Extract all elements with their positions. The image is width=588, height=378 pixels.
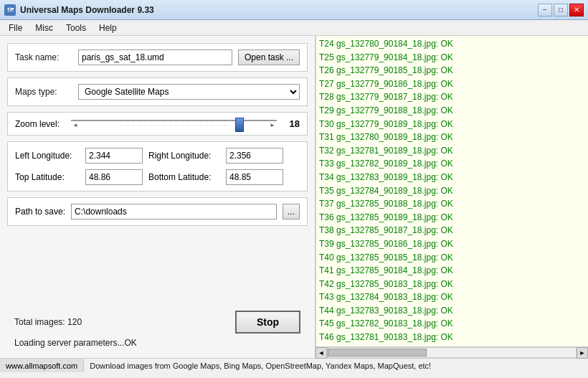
log-line: T42 gs_132785_90183_18.jpg: OK (319, 278, 585, 291)
menu-tools[interactable]: Tools (60, 22, 92, 34)
log-line: T33 gs_132782_90189_18.jpg: OK (319, 157, 585, 171)
task-name-label: Task name: (15, 52, 72, 62)
log-line: T36 gs_132785_90189_18.jpg: OK (319, 211, 585, 225)
left-panel: Task name: Open task ... Maps type: Goog… (0, 36, 316, 358)
maps-type-label: Maps type: (15, 87, 72, 97)
maps-type-section: Maps type: Google Satellite Maps Google … (7, 77, 308, 106)
log-line: T27 gs_132779_90186_18.jpg: OK (319, 77, 585, 91)
log-line: T30 gs_132779_90189_18.jpg: OK (319, 118, 585, 131)
coords-row-2: Top Latitude: Bottom Latitude: (15, 169, 300, 185)
log-line: T35 gs_132784_90189_18.jpg: OK (319, 184, 585, 198)
menu-file[interactable]: File (3, 22, 28, 34)
zoom-section: Zoom level: ◄ · · · · · · · · · · · · · … (7, 112, 308, 136)
right-long-label: Right Longitude: (148, 151, 220, 161)
top-latitude-input[interactable] (85, 169, 143, 185)
task-name-row: Task name: Open task ... (15, 49, 300, 65)
log-panel: T24 gs_132780_90184_18.jpg: OKT25 gs_132… (316, 36, 588, 346)
coordinates-section: Left Longitude: Right Longitude: Top Lat… (7, 141, 308, 192)
path-label: Path to save: (15, 207, 65, 217)
log-line: T39 gs_132785_90186_18.jpg: OK (319, 237, 585, 251)
loading-status: Loading server parameters...OK (7, 336, 308, 351)
total-images: Total images: 120 (14, 317, 82, 327)
left-long-label: Left Longitude: (15, 151, 80, 161)
coords-row-1: Left Longitude: Right Longitude: (15, 148, 300, 164)
task-name-input[interactable] (78, 49, 232, 65)
scroll-right-button[interactable]: ► (577, 347, 588, 359)
title-bar: 🗺 Universal Maps Downloader 9.33 − □ ✕ (0, 0, 588, 20)
right-longitude-input[interactable] (226, 148, 283, 164)
status-bar: www.allmapsoft.com Download images from … (0, 358, 588, 372)
log-line: T25 gs_132779_90184_18.jpg: OK (319, 51, 585, 65)
stop-button[interactable]: Stop (235, 311, 300, 334)
log-line: T32 gs_132781_90189_18.jpg: OK (319, 144, 585, 158)
scroll-left-button[interactable]: ◄ (316, 347, 327, 359)
log-line: T24 gs_132780_90184_18.jpg: OK (319, 37, 585, 51)
close-button[interactable]: ✕ (569, 4, 584, 16)
bottom-latitude-input[interactable] (226, 169, 283, 185)
log-line: T28 gs_132779_90187_18.jpg: OK (319, 90, 585, 104)
zoom-row: Zoom level: ◄ · · · · · · · · · · · · · … (15, 118, 300, 129)
browse-button[interactable]: ... (283, 204, 300, 219)
log-line: T38 gs_132785_90187_18.jpg: OK (319, 224, 585, 237)
zoom-track[interactable] (71, 120, 277, 121)
log-line: T44 gs_132783_90183_18.jpg: OK (319, 304, 585, 318)
title-bar-left: 🗺 Universal Maps Downloader 9.33 (4, 4, 154, 16)
zoom-label: Zoom level: (15, 119, 65, 129)
menu-help[interactable]: Help (93, 22, 123, 34)
right-wrapper: T24 gs_132780_90184_18.jpg: OKT25 gs_132… (316, 36, 588, 358)
log-line: T31 gs_132780_90189_18.jpg: OK (319, 131, 585, 144)
zoom-tick-right: ► (270, 122, 275, 128)
open-task-button[interactable]: Open task ... (238, 49, 300, 65)
zoom-thumb[interactable] (235, 118, 244, 132)
bottom-bar: Total images: 120 Stop (7, 308, 308, 336)
log-line: T46 gs_132781_90183_18.jpg: OK (319, 331, 585, 344)
app-icon: 🗺 (4, 4, 16, 16)
menu-misc[interactable]: Misc (29, 22, 59, 34)
log-line: T34 gs_132783_90189_18.jpg: OK (319, 171, 585, 184)
log-line: T37 gs_132785_90188_18.jpg: OK (319, 197, 585, 211)
top-lat-label: Top Latitude: (15, 172, 80, 182)
zoom-value: 18 (283, 118, 300, 129)
maximize-button[interactable]: □ (554, 4, 568, 16)
zoom-tick-spacer: · · · · · · · · · · · · · · · · · · (121, 122, 227, 128)
scroll-thumb[interactable] (328, 349, 427, 356)
status-text: Download images from Google Maps, Bing M… (84, 362, 437, 370)
main-layout: Task name: Open task ... Maps type: Goog… (0, 36, 588, 358)
log-line: T40 gs_132785_90185_18.jpg: OK (319, 251, 585, 265)
log-line: T29 gs_132779_90188_18.jpg: OK (319, 104, 585, 118)
zoom-ticks: ◄ · · · · · · · · · · · · · · · · · · ► (71, 122, 277, 128)
log-line: T45 gs_132782_90183_18.jpg: OK (319, 317, 585, 331)
window-controls: − □ ✕ (538, 4, 584, 16)
horizontal-scrollbar[interactable]: ◄ ► (316, 346, 588, 358)
maps-type-row: Maps type: Google Satellite Maps Google … (15, 84, 300, 100)
app-title: Universal Maps Downloader 9.33 (20, 5, 154, 15)
left-bottom: Total images: 120 Stop Loading server pa… (7, 232, 308, 351)
status-domain: www.allmapsoft.com (0, 359, 84, 372)
left-longitude-input[interactable] (85, 148, 143, 164)
zoom-tick: ◄ (72, 122, 78, 128)
log-line: T26 gs_132779_90185_18.jpg: OK (319, 64, 585, 77)
scroll-track[interactable] (327, 347, 577, 358)
maps-type-select[interactable]: Google Satellite Maps Google Maps Bing M… (78, 84, 300, 100)
path-input[interactable] (71, 204, 277, 219)
menu-bar: File Misc Tools Help (0, 20, 588, 36)
log-line: T41 gs_132785_90184_18.jpg: OK (319, 264, 585, 278)
log-line: T43 gs_132784_90183_18.jpg: OK (319, 290, 585, 304)
path-section: Path to save: ... (7, 197, 308, 226)
zoom-slider-container: ◄ · · · · · · · · · · · · · · · · · · ► (71, 120, 277, 128)
path-row: Path to save: ... (15, 204, 300, 219)
bottom-lat-label: Bottom Latitude: (148, 172, 220, 182)
minimize-button[interactable]: − (538, 4, 552, 16)
task-name-section: Task name: Open task ... (7, 43, 308, 72)
